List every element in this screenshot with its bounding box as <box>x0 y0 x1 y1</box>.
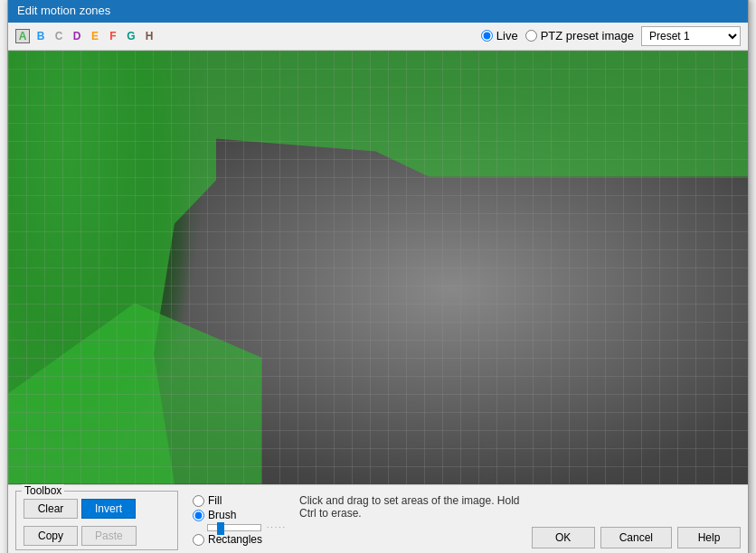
slider-thumb[interactable] <box>217 522 224 535</box>
zone-label-d[interactable]: D <box>70 29 84 43</box>
rectangles-label: Rectangles <box>208 533 262 546</box>
fill-radio[interactable] <box>193 495 204 507</box>
draw-options-section: Fill Brush · · · · · Rectangles <box>185 491 292 550</box>
toolbox-row-2: Copy Paste <box>24 526 170 546</box>
slider-dots: · · · · · <box>267 523 285 531</box>
camera-view <box>8 51 748 484</box>
live-label[interactable]: Live <box>496 29 518 42</box>
toolbar: A B C D E F G H Live PTZ preset image Pr… <box>8 23 748 51</box>
rectangles-radio[interactable] <box>193 534 204 546</box>
paste-button[interactable]: Paste <box>81 526 137 546</box>
brush-radio[interactable] <box>193 510 204 521</box>
ok-button[interactable]: OK <box>532 527 595 548</box>
toolbox-section: Toolbox Clear Invert Copy Paste <box>15 491 178 550</box>
rectangles-option[interactable]: Rectangles <box>193 533 285 546</box>
brush-size-slider[interactable] <box>207 524 261 531</box>
hint-section: Click and drag to set areas of the image… <box>299 491 524 550</box>
live-radio[interactable] <box>481 30 493 42</box>
ptz-radio[interactable] <box>525 30 537 42</box>
dialog-title: Edit motion zones <box>17 4 110 17</box>
preset-select[interactable]: Preset 1 Preset 2 Preset 3 <box>641 26 741 46</box>
zone-label-a[interactable]: A <box>15 29 30 43</box>
toolbox-legend: Toolbox <box>22 484 64 497</box>
invert-button[interactable]: Invert <box>81 499 136 519</box>
fill-option[interactable]: Fill <box>193 494 285 507</box>
ptz-label[interactable]: PTZ preset image <box>541 29 634 42</box>
zone-label-b[interactable]: B <box>33 29 48 43</box>
fill-label: Fill <box>208 494 222 507</box>
zone-label-f[interactable]: F <box>106 29 120 43</box>
brush-label: Brush <box>208 509 236 521</box>
edit-motion-zones-dialog: Edit motion zones A B C D E F G H Live P… <box>7 0 749 553</box>
ptz-radio-group: PTZ preset image <box>525 29 634 42</box>
zone-label-g[interactable]: G <box>124 29 138 43</box>
zone-label-c[interactable]: C <box>52 29 66 43</box>
zone-label-e[interactable]: E <box>88 29 102 43</box>
camera-view-area[interactable] <box>8 51 748 484</box>
view-options: Live PTZ preset image Preset 1 Preset 2 … <box>481 26 741 46</box>
brush-slider-row: · · · · · <box>207 523 285 531</box>
cancel-button[interactable]: Cancel <box>600 527 672 548</box>
copy-button[interactable]: Copy <box>24 526 78 546</box>
title-bar: Edit motion zones <box>8 0 748 23</box>
dot-1: · · · · · <box>267 523 285 531</box>
zone-label-h[interactable]: H <box>142 29 156 43</box>
action-buttons: OK Cancel Help <box>532 491 741 550</box>
clear-button[interactable]: Clear <box>24 499 78 519</box>
bottom-bar: Toolbox Clear Invert Copy Paste Fill Bru… <box>8 484 748 554</box>
help-button[interactable]: Help <box>677 527 741 548</box>
brush-option[interactable]: Brush <box>193 509 285 521</box>
live-radio-group: Live <box>481 29 518 42</box>
toolbox-row-1: Clear Invert <box>24 499 170 519</box>
hint-text: Click and drag to set areas of the image… <box>299 494 524 520</box>
